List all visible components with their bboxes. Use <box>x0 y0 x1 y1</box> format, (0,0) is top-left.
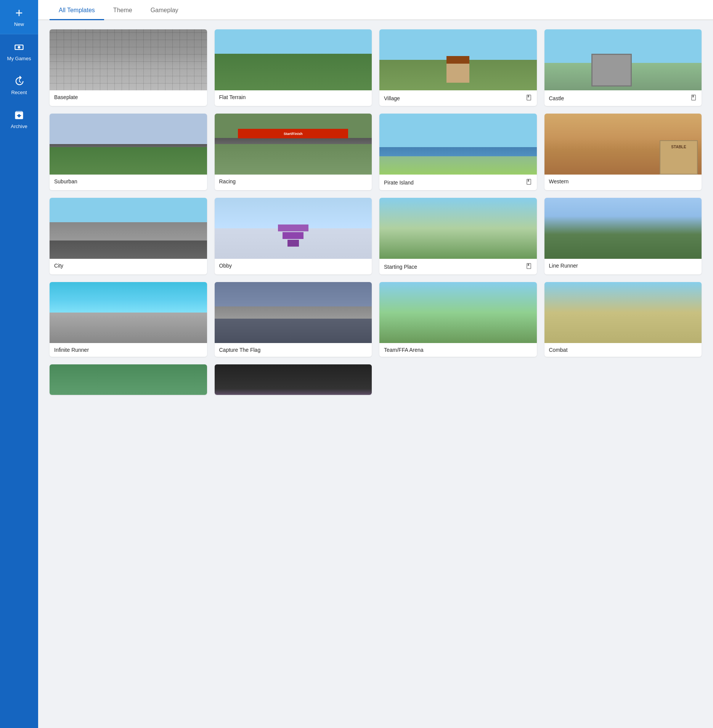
template-thumb-pirate-island <box>379 114 537 175</box>
sidebar: New My Games Recent Archive <box>0 0 38 728</box>
template-thumb-baseplate <box>50 29 207 90</box>
sidebar-archive-label: Archive <box>11 123 27 129</box>
tabs-header: All Templates Theme Gameplay <box>38 0 713 20</box>
template-thumb-flat-terrain <box>215 29 372 90</box>
template-thumb-suburban <box>50 114 207 175</box>
template-name: Line Runner <box>549 263 578 269</box>
template-name: City <box>54 263 63 269</box>
template-card[interactable]: Line Runner <box>544 198 702 274</box>
template-thumb-racing: Start/Finish <box>215 114 372 175</box>
template-card[interactable]: Village <box>379 29 537 106</box>
template-card[interactable]: Team/FFA Arena <box>379 282 537 357</box>
template-name: Baseplate <box>54 94 78 100</box>
template-thumb-partial1 <box>50 364 207 395</box>
template-card[interactable]: Obby <box>215 198 372 274</box>
recent-icon <box>13 75 25 87</box>
sidebar-my-games-label: My Games <box>7 56 31 61</box>
sidebar-item-archive[interactable]: Archive <box>0 102 38 136</box>
template-thumb-western <box>544 114 702 175</box>
template-card[interactable]: Infinite Runner <box>50 282 207 357</box>
template-name: Village <box>384 95 400 101</box>
template-name: Combat <box>549 347 568 353</box>
template-name: Racing <box>219 178 236 184</box>
sidebar-new-label: New <box>14 21 24 27</box>
template-thumb-capture-flag <box>215 282 372 343</box>
sidebar-item-recent[interactable]: Recent <box>0 68 38 102</box>
sidebar-item-new[interactable]: New <box>0 0 38 34</box>
archive-icon <box>13 109 25 121</box>
template-card[interactable]: Castle <box>544 29 702 106</box>
template-card[interactable]: Capture The Flag <box>215 282 372 357</box>
template-thumb-village <box>379 29 537 90</box>
template-name: Starting Place <box>384 264 417 270</box>
sidebar-recent-label: Recent <box>11 90 27 95</box>
tab-gameplay[interactable]: Gameplay <box>141 0 188 20</box>
tab-theme[interactable]: Theme <box>104 0 141 20</box>
template-card[interactable]: Pirate Island <box>379 114 537 190</box>
template-card[interactable]: Baseplate <box>50 29 207 106</box>
book-icon <box>525 178 532 186</box>
template-card[interactable] <box>50 364 207 395</box>
sidebar-item-my-games[interactable]: My Games <box>0 34 38 68</box>
template-card[interactable] <box>215 364 372 395</box>
template-thumb-combat <box>544 282 702 343</box>
games-icon <box>13 41 25 53</box>
template-name: Team/FFA Arena <box>384 347 424 353</box>
template-name: Pirate Island <box>384 180 414 186</box>
template-card[interactable]: City <box>50 198 207 274</box>
book-icon <box>525 94 532 102</box>
template-thumb-team-arena <box>379 282 537 343</box>
templates-grid: BaseplateFlat TerrainVillageCastleSuburb… <box>50 29 702 395</box>
template-card[interactable]: Starting Place <box>379 198 537 274</box>
template-name: Castle <box>549 95 564 101</box>
template-thumb-castle <box>544 29 702 90</box>
template-thumb-starting-place <box>379 198 537 259</box>
template-name: Flat Terrain <box>219 94 246 100</box>
template-card[interactable]: Combat <box>544 282 702 357</box>
template-thumb-line-runner <box>544 198 702 259</box>
template-name: Obby <box>219 263 232 269</box>
template-name: Infinite Runner <box>54 347 89 353</box>
template-card[interactable]: Western <box>544 114 702 190</box>
template-name: Capture The Flag <box>219 347 261 353</box>
template-thumb-infinite-runner <box>50 282 207 343</box>
templates-area: BaseplateFlat TerrainVillageCastleSuburb… <box>38 20 713 728</box>
template-name: Suburban <box>54 178 77 184</box>
book-icon <box>690 94 697 102</box>
template-card[interactable]: Suburban <box>50 114 207 190</box>
template-card[interactable]: Flat Terrain <box>215 29 372 106</box>
template-thumb-obby <box>215 198 372 259</box>
template-thumb-partial2 <box>215 364 372 395</box>
template-name: Western <box>549 178 569 184</box>
plus-icon <box>13 7 25 19</box>
main-content: All Templates Theme Gameplay BaseplateFl… <box>38 0 713 728</box>
template-card[interactable]: Start/FinishRacing <box>215 114 372 190</box>
book-icon <box>525 263 532 271</box>
template-thumb-city <box>50 198 207 259</box>
tab-all-templates[interactable]: All Templates <box>50 0 104 20</box>
